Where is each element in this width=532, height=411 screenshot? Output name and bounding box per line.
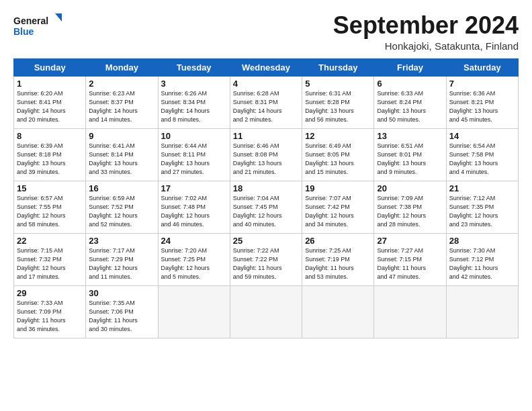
table-cell: 12 Sunrise: 6:49 AM Sunset: 8:05 PM Dayl… (302, 128, 374, 181)
table-cell: 10 Sunrise: 6:44 AM Sunset: 8:11 PM Dayl… (158, 128, 230, 181)
day-number: 2 (89, 79, 154, 89)
table-cell: 1 Sunrise: 6:20 AM Sunset: 8:41 PM Dayli… (14, 76, 86, 128)
day-number: 24 (161, 236, 227, 246)
day-number: 14 (449, 131, 515, 141)
day-number: 1 (17, 79, 83, 89)
table-cell (302, 285, 374, 338)
table-cell: 20 Sunrise: 7:09 AM Sunset: 7:38 PM Dayl… (374, 181, 446, 233)
day-info: Sunrise: 6:31 AM Sunset: 8:28 PM Dayligh… (305, 89, 371, 124)
col-thursday: Thursday (302, 58, 374, 76)
table-cell: 17 Sunrise: 7:02 AM Sunset: 7:48 PM Dayl… (158, 181, 230, 233)
table-cell: 13 Sunrise: 6:51 AM Sunset: 8:01 PM Dayl… (374, 128, 446, 181)
day-number: 10 (161, 131, 227, 141)
table-row: 8 Sunrise: 6:39 AM Sunset: 8:18 PM Dayli… (14, 128, 519, 181)
day-info: Sunrise: 6:36 AM Sunset: 8:21 PM Dayligh… (449, 89, 515, 124)
table-row: 1 Sunrise: 6:20 AM Sunset: 8:41 PM Dayli… (14, 76, 519, 128)
day-number: 13 (377, 131, 443, 141)
table-cell: 21 Sunrise: 7:12 AM Sunset: 7:35 PM Dayl… (446, 181, 518, 233)
svg-marker-2 (55, 13, 62, 21)
day-info: Sunrise: 7:22 AM Sunset: 7:22 PM Dayligh… (233, 246, 299, 281)
day-number: 21 (449, 183, 515, 193)
day-info: Sunrise: 6:41 AM Sunset: 8:14 PM Dayligh… (89, 142, 154, 177)
table-cell: 23 Sunrise: 7:17 AM Sunset: 7:29 PM Dayl… (86, 233, 158, 285)
day-info: Sunrise: 6:20 AM Sunset: 8:41 PM Dayligh… (17, 89, 83, 124)
day-number: 16 (89, 183, 154, 193)
col-sunday: Sunday (14, 58, 86, 76)
day-info: Sunrise: 7:30 AM Sunset: 7:12 PM Dayligh… (449, 246, 515, 281)
table-cell (374, 285, 446, 338)
table-row: 15 Sunrise: 6:57 AM Sunset: 7:55 PM Dayl… (14, 181, 519, 233)
logo: General Blue (13, 12, 67, 42)
day-info: Sunrise: 6:59 AM Sunset: 7:52 PM Dayligh… (89, 194, 154, 229)
day-info: Sunrise: 6:46 AM Sunset: 8:08 PM Dayligh… (233, 142, 299, 177)
day-info: Sunrise: 7:12 AM Sunset: 7:35 PM Dayligh… (449, 194, 515, 229)
day-number: 7 (449, 79, 515, 89)
table-cell: 5 Sunrise: 6:31 AM Sunset: 8:28 PM Dayli… (302, 76, 374, 128)
day-info: Sunrise: 6:57 AM Sunset: 7:55 PM Dayligh… (17, 194, 83, 229)
table-cell: 3 Sunrise: 6:26 AM Sunset: 8:34 PM Dayli… (158, 76, 230, 128)
day-number: 18 (233, 183, 299, 193)
day-number: 28 (449, 236, 515, 246)
day-number: 15 (17, 183, 83, 193)
svg-text:Blue: Blue (13, 26, 34, 37)
table-cell: 14 Sunrise: 6:54 AM Sunset: 7:58 PM Dayl… (446, 128, 518, 181)
day-info: Sunrise: 7:27 AM Sunset: 7:15 PM Dayligh… (377, 246, 443, 281)
day-info: Sunrise: 6:44 AM Sunset: 8:11 PM Dayligh… (161, 142, 227, 177)
day-info: Sunrise: 6:28 AM Sunset: 8:31 PM Dayligh… (233, 89, 299, 124)
calendar-table: Sunday Monday Tuesday Wednesday Thursday… (13, 58, 519, 338)
col-monday: Monday (86, 58, 158, 76)
table-cell: 7 Sunrise: 6:36 AM Sunset: 8:21 PM Dayli… (446, 76, 518, 128)
table-cell: 19 Sunrise: 7:07 AM Sunset: 7:42 PM Dayl… (302, 181, 374, 233)
day-number: 3 (161, 79, 227, 89)
table-cell: 25 Sunrise: 7:22 AM Sunset: 7:22 PM Dayl… (230, 233, 302, 285)
table-cell: 4 Sunrise: 6:28 AM Sunset: 8:31 PM Dayli… (230, 76, 302, 128)
day-number: 22 (17, 236, 83, 246)
day-number: 29 (17, 288, 83, 298)
logo-svg: General Blue (13, 12, 67, 42)
day-info: Sunrise: 7:25 AM Sunset: 7:19 PM Dayligh… (305, 246, 371, 281)
calendar-body: 1 Sunrise: 6:20 AM Sunset: 8:41 PM Dayli… (14, 76, 519, 338)
day-number: 23 (89, 236, 154, 246)
col-wednesday: Wednesday (230, 58, 302, 76)
table-cell: 2 Sunrise: 6:23 AM Sunset: 8:37 PM Dayli… (86, 76, 158, 128)
table-cell: 8 Sunrise: 6:39 AM Sunset: 8:18 PM Dayli… (14, 128, 86, 181)
svg-text:General: General (13, 15, 48, 26)
table-cell: 11 Sunrise: 6:46 AM Sunset: 8:08 PM Dayl… (230, 128, 302, 181)
day-info: Sunrise: 6:49 AM Sunset: 8:05 PM Dayligh… (305, 142, 371, 177)
day-info: Sunrise: 7:09 AM Sunset: 7:38 PM Dayligh… (377, 194, 443, 229)
table-cell: 16 Sunrise: 6:59 AM Sunset: 7:52 PM Dayl… (86, 181, 158, 233)
day-info: Sunrise: 6:23 AM Sunset: 8:37 PM Dayligh… (89, 89, 154, 124)
table-cell: 26 Sunrise: 7:25 AM Sunset: 7:19 PM Dayl… (302, 233, 374, 285)
table-row: 29 Sunrise: 7:33 AM Sunset: 7:09 PM Dayl… (14, 285, 519, 338)
day-number: 6 (377, 79, 443, 89)
day-info: Sunrise: 7:35 AM Sunset: 7:06 PM Dayligh… (89, 299, 154, 334)
table-cell (230, 285, 302, 338)
table-cell: 18 Sunrise: 7:04 AM Sunset: 7:45 PM Dayl… (230, 181, 302, 233)
day-info: Sunrise: 7:15 AM Sunset: 7:32 PM Dayligh… (17, 246, 83, 281)
table-cell: 15 Sunrise: 6:57 AM Sunset: 7:55 PM Dayl… (14, 181, 86, 233)
table-cell: 6 Sunrise: 6:33 AM Sunset: 8:24 PM Dayli… (374, 76, 446, 128)
table-cell: 22 Sunrise: 7:15 AM Sunset: 7:32 PM Dayl… (14, 233, 86, 285)
day-info: Sunrise: 6:39 AM Sunset: 8:18 PM Dayligh… (17, 142, 83, 177)
day-number: 20 (377, 183, 443, 193)
day-info: Sunrise: 7:07 AM Sunset: 7:42 PM Dayligh… (305, 194, 371, 229)
month-title: September 2024 (333, 12, 519, 39)
table-cell: 29 Sunrise: 7:33 AM Sunset: 7:09 PM Dayl… (14, 285, 86, 338)
col-tuesday: Tuesday (158, 58, 230, 76)
table-cell: 28 Sunrise: 7:30 AM Sunset: 7:12 PM Dayl… (446, 233, 518, 285)
col-saturday: Saturday (446, 58, 518, 76)
day-number: 5 (305, 79, 371, 89)
day-info: Sunrise: 6:33 AM Sunset: 8:24 PM Dayligh… (377, 89, 443, 124)
day-number: 4 (233, 79, 299, 89)
day-number: 8 (17, 131, 83, 141)
day-info: Sunrise: 6:54 AM Sunset: 7:58 PM Dayligh… (449, 142, 515, 177)
day-number: 12 (305, 131, 371, 141)
day-number: 9 (89, 131, 154, 141)
header: General Blue September 2024 Honkajoki, S… (13, 12, 519, 52)
day-number: 25 (233, 236, 299, 246)
day-number: 17 (161, 183, 227, 193)
table-row: 22 Sunrise: 7:15 AM Sunset: 7:32 PM Dayl… (14, 233, 519, 285)
day-info: Sunrise: 6:51 AM Sunset: 8:01 PM Dayligh… (377, 142, 443, 177)
table-cell (158, 285, 230, 338)
day-info: Sunrise: 7:20 AM Sunset: 7:25 PM Dayligh… (161, 246, 227, 281)
